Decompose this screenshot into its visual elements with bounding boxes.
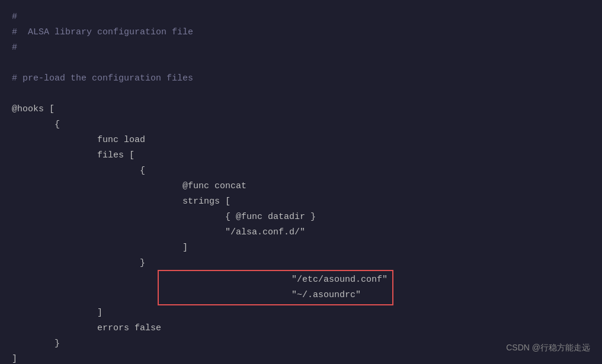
- code-line: # ALSA library configuration file: [12, 25, 590, 40]
- code-line: @hooks [: [12, 102, 590, 117]
- code-line: {: [12, 117, 590, 133]
- code-line: # pre-load the configuration files: [12, 71, 590, 86]
- code-line: ]: [12, 305, 590, 321]
- code-line: }: [12, 336, 590, 352]
- code-line: {: [12, 163, 590, 179]
- code-line: #: [12, 40, 590, 56]
- watermark: CSDN @行稳方能走远: [506, 343, 590, 353]
- code-editor: # # ALSA library configuration file # # …: [0, 0, 602, 364]
- code-line: #: [12, 9, 590, 25]
- highlighted-line-1: "/etc/asound.conf": [164, 272, 388, 288]
- code-line: [12, 86, 590, 102]
- code-line: errors false: [12, 321, 590, 336]
- code-line: { @func datadir }: [12, 210, 590, 225]
- code-line: "/alsa.conf.d/": [12, 225, 590, 240]
- code-line: func load: [12, 133, 590, 148]
- code-line: files [: [12, 148, 590, 163]
- code-line: [12, 56, 590, 71]
- highlighted-line-2: "~/.asoundrc": [164, 288, 388, 303]
- code-line: ]: [12, 352, 590, 364]
- code-line: strings [: [12, 194, 590, 210]
- code-line: ]: [12, 240, 590, 256]
- code-line: @func concat: [12, 179, 590, 194]
- code-line: }: [12, 256, 590, 271]
